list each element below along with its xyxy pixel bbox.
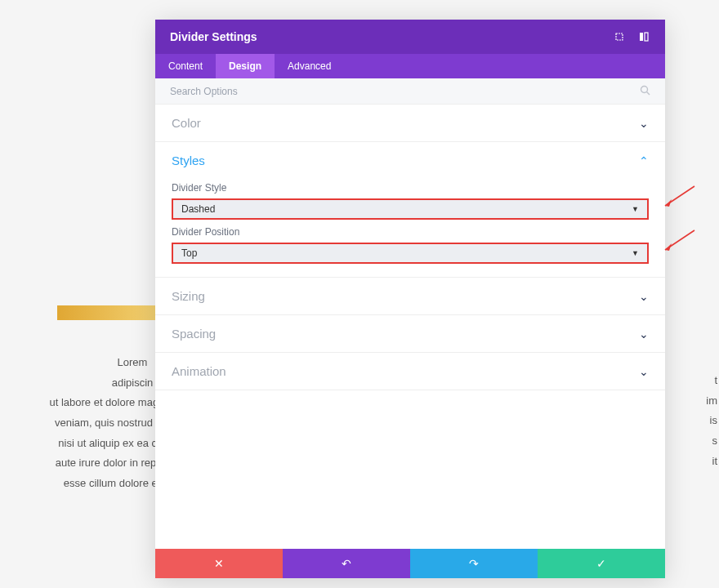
section-spacing-title: Spacing <box>172 327 216 341</box>
expand-icon[interactable] <box>613 30 626 43</box>
close-icon: ✕ <box>214 557 224 570</box>
tab-content[interactable]: Content <box>155 54 216 78</box>
section-sizing-title: Sizing <box>172 289 205 303</box>
chevron-up-icon: ⌃ <box>639 154 649 167</box>
search-options[interactable]: Search Options <box>155 78 665 105</box>
redo-icon: ↷ <box>469 557 479 570</box>
section-styles-body: Divider Style Dashed ▼ Divider Position … <box>155 172 665 278</box>
section-sizing[interactable]: Sizing ⌄ <box>155 278 665 315</box>
undo-button[interactable]: ↶ <box>283 549 410 578</box>
dropdown-arrow-icon: ▼ <box>632 249 639 257</box>
bg-divider-bar <box>57 305 155 320</box>
section-styles-title: Styles <box>172 154 205 167</box>
search-placeholder: Search Options <box>170 86 238 97</box>
svg-marker-8 <box>665 243 672 251</box>
divider-style-value: Dashed <box>181 203 215 215</box>
annotation-arrow-2 <box>662 229 696 253</box>
section-animation[interactable]: Animation ⌄ <box>155 353 665 390</box>
svg-marker-6 <box>665 199 672 207</box>
divider-style-label: Divider Style <box>172 182 649 194</box>
section-color[interactable]: Color ⌄ <box>155 105 665 142</box>
panel-footer: ✕ ↶ ↷ ✓ <box>155 549 665 578</box>
snap-icon[interactable] <box>637 30 650 43</box>
check-icon: ✓ <box>596 557 606 570</box>
section-spacing[interactable]: Spacing ⌄ <box>155 315 665 353</box>
svg-rect-2 <box>645 33 648 41</box>
divider-position-label: Divider Position <box>172 226 649 238</box>
dropdown-arrow-icon: ▼ <box>632 205 639 213</box>
svg-rect-0 <box>616 33 623 40</box>
svg-line-4 <box>647 91 650 95</box>
panel-header: Divider Settings <box>155 20 665 54</box>
section-animation-title: Animation <box>172 364 226 378</box>
chevron-down-icon: ⌄ <box>639 290 649 303</box>
divider-style-select[interactable]: Dashed ▼ <box>172 198 649 220</box>
header-icons <box>613 30 650 43</box>
redo-button[interactable]: ↷ <box>410 549 538 578</box>
divider-settings-panel: Divider Settings Content Design Advanced… <box>155 20 665 578</box>
annotation-arrow-1 <box>662 185 696 209</box>
divider-position-value: Top <box>181 247 197 259</box>
svg-point-3 <box>641 86 648 92</box>
svg-rect-1 <box>640 33 643 41</box>
chevron-down-icon: ⌄ <box>639 117 649 130</box>
cancel-button[interactable]: ✕ <box>155 549 283 578</box>
tabs: Content Design Advanced <box>155 54 665 78</box>
panel-title: Divider Settings <box>170 30 257 43</box>
chevron-down-icon: ⌄ <box>639 327 649 341</box>
save-button[interactable]: ✓ <box>538 549 665 578</box>
tab-design[interactable]: Design <box>216 54 275 78</box>
bg-right-snip: t im is s it <box>668 371 717 471</box>
svg-line-7 <box>665 230 694 250</box>
search-icon <box>640 85 650 98</box>
section-color-title: Color <box>172 116 201 130</box>
undo-icon: ↶ <box>342 557 351 570</box>
svg-line-5 <box>665 186 694 206</box>
tab-advanced[interactable]: Advanced <box>275 54 344 78</box>
section-styles[interactable]: Styles ⌃ <box>155 142 665 172</box>
chevron-down-icon: ⌄ <box>639 365 649 378</box>
divider-position-select[interactable]: Top ▼ <box>172 243 649 264</box>
